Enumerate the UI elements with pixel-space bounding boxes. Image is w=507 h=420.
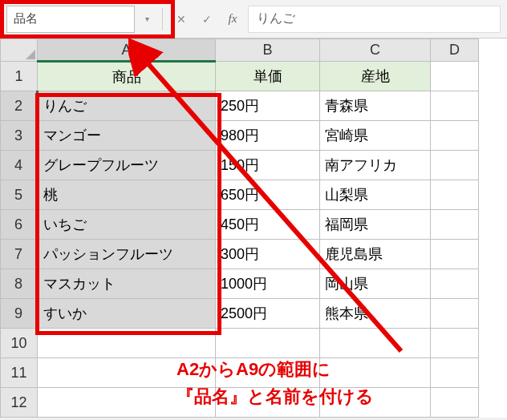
cell-B3[interactable]: 980円 [216,121,320,151]
row-header-11[interactable]: 11 [1,358,38,388]
cell-C7[interactable]: 鹿児島県 [320,240,431,269]
cell-D1[interactable] [431,62,479,91]
cell-A6[interactable]: いちご [38,210,216,240]
row-header-9[interactable]: 9 [1,299,38,329]
select-all-corner[interactable] [1,39,38,62]
cell-A10[interactable] [38,329,216,358]
cancel-icon[interactable]: ✕ [171,8,192,30]
formula-input[interactable]: りんご [248,6,501,33]
cell-A7[interactable]: パッションフルーツ [38,240,216,269]
cell-D12[interactable] [431,388,479,418]
cell-A1[interactable]: 商品 [38,62,216,91]
row-header-6[interactable]: 6 [1,210,38,240]
cell-B2[interactable]: 250円 [216,91,320,121]
cell-A9[interactable]: すいか [38,299,216,329]
cell-B10[interactable] [216,329,320,358]
cell-B4[interactable]: 150円 [216,151,320,180]
row-header-1[interactable]: 1 [1,62,38,91]
cell-B8[interactable]: 1000円 [216,269,320,299]
col-header-C[interactable]: C [320,39,431,62]
cell-D5[interactable] [431,180,479,210]
cell-D6[interactable] [431,210,479,240]
divider [162,8,163,30]
cell-A3[interactable]: マンゴー [38,121,216,151]
cell-D3[interactable] [431,121,479,151]
col-header-D[interactable]: D [431,39,479,62]
cell-B9[interactable]: 2500円 [216,299,320,329]
annotation-text-1: A2からA9の範囲に [176,356,331,382]
enter-icon[interactable]: ✓ [197,8,217,30]
cell-D2[interactable] [431,91,479,121]
cell-A8[interactable]: マスカット [38,269,216,299]
row-header-7[interactable]: 7 [1,240,38,269]
annotation-text-2: 『品名』と名前を付ける [176,383,374,410]
cell-A2[interactable]: りんご [38,91,216,121]
row-header-12[interactable]: 12 [1,388,38,418]
cell-B7[interactable]: 300円 [216,240,320,269]
cell-C1[interactable]: 産地 [320,62,431,91]
formula-value: りんご [257,10,295,27]
row-header-4[interactable]: 4 [1,151,38,180]
fx-button[interactable]: fx [222,8,243,30]
row-header-10[interactable]: 10 [1,329,38,358]
cell-C6[interactable]: 福岡県 [320,210,431,240]
name-box-dropdown-icon[interactable]: ▾ [140,6,154,33]
cell-C2[interactable]: 青森県 [320,91,431,121]
row-header-8[interactable]: 8 [1,269,38,299]
cell-D7[interactable] [431,240,479,269]
formula-bar: 品名 ▾ ✕ ✓ fx りんご [0,0,507,38]
cell-C3[interactable]: 宮崎県 [320,121,431,151]
cell-B6[interactable]: 450円 [216,210,320,240]
cell-C9[interactable]: 熊本県 [320,299,431,329]
row-header-3[interactable]: 3 [1,121,38,151]
cell-D4[interactable] [431,151,479,180]
cell-A4[interactable]: グレープフルーツ [38,151,216,180]
col-header-A[interactable]: A [38,39,216,62]
cell-C8[interactable]: 岡山県 [320,269,431,299]
cell-B5[interactable]: 650円 [216,180,320,210]
cell-C5[interactable]: 山梨県 [320,180,431,210]
cell-D9[interactable] [431,299,479,329]
name-box[interactable]: 品名 [6,6,135,33]
cell-D8[interactable] [431,269,479,299]
cell-D10[interactable] [431,329,479,358]
name-box-value: 品名 [14,11,38,26]
cell-A5[interactable]: 桃 [38,180,216,210]
row-header-5[interactable]: 5 [1,180,38,210]
col-header-B[interactable]: B [216,39,320,62]
cell-D11[interactable] [431,358,479,388]
row-header-2[interactable]: 2 [1,91,38,121]
cell-B1[interactable]: 単価 [216,62,320,91]
cell-C10[interactable] [320,329,431,358]
fx-label: fx [229,12,237,26]
cell-C4[interactable]: 南アフリカ [320,151,431,180]
